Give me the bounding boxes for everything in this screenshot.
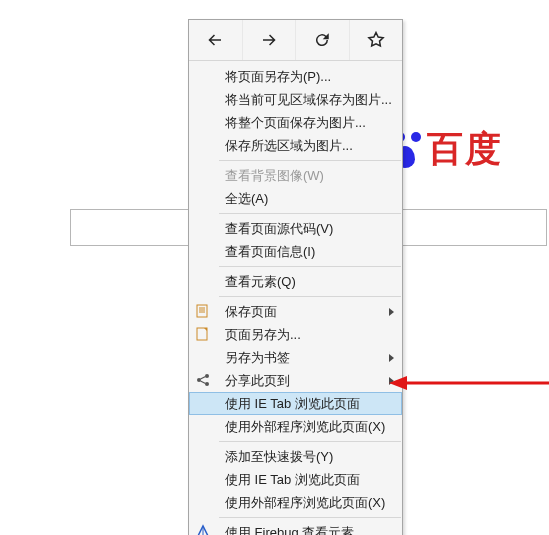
svg-point-4 — [205, 382, 209, 386]
submenu-arrow-icon — [389, 377, 394, 385]
bookmark-button[interactable] — [349, 20, 403, 60]
menu-share-page-to[interactable]: 分享此页到 — [189, 369, 402, 392]
forward-icon — [260, 31, 278, 49]
menu-separator — [219, 213, 401, 214]
annotation-arrow-icon — [389, 369, 549, 397]
menu-separator — [219, 441, 401, 442]
reload-button[interactable] — [295, 20, 349, 60]
menu-view-page-info[interactable]: 查看页面信息(I) — [189, 240, 402, 263]
svg-rect-1 — [197, 328, 207, 340]
share-icon — [195, 372, 211, 388]
menu-separator — [219, 296, 401, 297]
back-button[interactable] — [189, 20, 242, 60]
baidu-text: 百度 — [427, 125, 503, 174]
firebug-icon — [195, 524, 211, 535]
menu-use-firebug[interactable]: 使用 Firebug 查看元素 — [189, 521, 402, 535]
baidu-brand: 百度 — [395, 125, 503, 174]
menu-use-external-2[interactable]: 使用外部程序浏览此页面(X) — [189, 491, 402, 514]
menu-view-bg-image: 查看背景图像(W) — [189, 164, 402, 187]
menu-save-whole-page-as-image[interactable]: 将整个页面保存为图片... — [189, 111, 402, 134]
submenu-arrow-icon — [389, 354, 394, 362]
menu-use-ietab-2[interactable]: 使用 IE Tab 浏览此页面 — [189, 468, 402, 491]
forward-button[interactable] — [242, 20, 296, 60]
back-icon — [206, 31, 224, 49]
submenu-arrow-icon — [389, 308, 394, 316]
menu-save-page[interactable]: 保存页面 — [189, 300, 402, 323]
menu-save-page-as[interactable]: 将页面另存为(P)... — [189, 65, 402, 88]
menu-view-source[interactable]: 查看页面源代码(V) — [189, 217, 402, 240]
menu-page-save-as[interactable]: 页面另存为... — [189, 323, 402, 346]
menu-save-visible-as-image[interactable]: 将当前可见区域保存为图片... — [189, 88, 402, 111]
menu-separator — [219, 517, 401, 518]
context-menu-nav — [189, 20, 402, 61]
save-page-icon — [195, 303, 211, 319]
menu-use-ietab[interactable]: 使用 IE Tab 浏览此页面 — [189, 392, 402, 415]
page-save-as-icon — [195, 326, 211, 342]
menu-add-speed-dial[interactable]: 添加至快速拨号(Y) — [189, 445, 402, 468]
svg-point-3 — [205, 374, 209, 378]
context-menu: 将页面另存为(P)... 将当前可见区域保存为图片... 将整个页面保存为图片.… — [188, 19, 403, 535]
reload-icon — [313, 31, 331, 49]
menu-inspect-element[interactable]: 查看元素(Q) — [189, 270, 402, 293]
star-icon — [367, 31, 385, 49]
menu-save-selected-as-image[interactable]: 保存所选区域为图片... — [189, 134, 402, 157]
menu-separator — [219, 160, 401, 161]
menu-use-external[interactable]: 使用外部程序浏览此页面(X) — [189, 415, 402, 438]
menu-select-all[interactable]: 全选(A) — [189, 187, 402, 210]
svg-rect-0 — [197, 305, 207, 317]
menu-save-as-bookmark[interactable]: 另存为书签 — [189, 346, 402, 369]
menu-separator — [219, 266, 401, 267]
